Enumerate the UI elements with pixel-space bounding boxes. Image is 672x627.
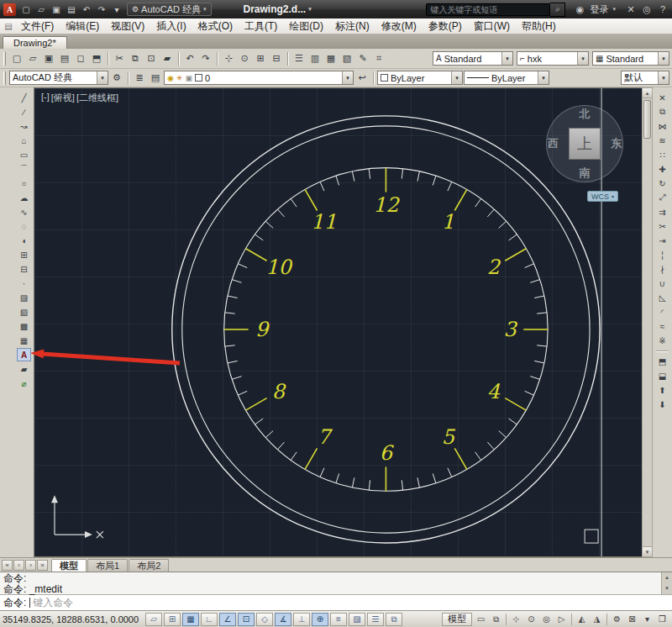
zoom-icon[interactable]: ⊙	[524, 613, 538, 626]
minute-tick[interactable]	[530, 280, 539, 283]
polyline-icon[interactable]: ↝	[17, 119, 31, 133]
blend-curves-icon[interactable]: ≈	[655, 319, 669, 333]
insert-block-icon[interactable]: ⊞	[17, 248, 31, 261]
signin-link[interactable]: 登录	[590, 3, 608, 16]
color-combo[interactable]: ByLayer ▾	[377, 71, 463, 85]
qnew-icon[interactable]: ▢	[19, 3, 33, 16]
dynamic-ucs-icon[interactable]: ⊥	[293, 613, 310, 626]
selection-cycling-icon[interactable]: ⧉	[386, 613, 402, 626]
offset-icon[interactable]: ≋	[655, 134, 669, 147]
hour-tick[interactable]	[305, 189, 317, 210]
save-icon[interactable]: ▣	[50, 3, 63, 16]
minute-tick[interactable]	[320, 468, 324, 477]
layout-tab-2[interactable]: 布局2	[129, 559, 169, 572]
minute-tick[interactable]	[448, 182, 452, 191]
annotation-visibility-icon[interactable]: ◭	[575, 613, 589, 626]
minute-tick[interactable]	[291, 198, 297, 207]
clock-number-6[interactable]: 6	[380, 441, 395, 465]
chevron-down-icon[interactable]: ▾	[538, 71, 549, 84]
communication-center-icon[interactable]: ◎	[641, 4, 653, 15]
small-square[interactable]	[585, 530, 598, 543]
viewcube-east[interactable]: 东	[611, 136, 622, 151]
search-input[interactable]	[426, 3, 550, 16]
properties-palette-icon[interactable]: ☰	[291, 51, 307, 66]
layer-lock-icon[interactable]: ▣	[185, 74, 192, 82]
hour-tick[interactable]	[454, 448, 466, 469]
publish-icon[interactable]: ⬒	[89, 51, 104, 66]
rotate-icon[interactable]: ↻	[655, 177, 669, 190]
toolbar-grip[interactable]	[3, 71, 6, 85]
next-tab-icon[interactable]: ›	[25, 560, 36, 571]
minute-tick[interactable]	[475, 452, 481, 461]
clock-number-3[interactable]: 3	[504, 318, 518, 341]
minute-tick[interactable]	[369, 169, 370, 179]
minute-tick[interactable]	[369, 480, 370, 490]
chevron-down-icon[interactable]: ▾	[97, 71, 108, 84]
plot-preview-icon[interactable]: ◻	[73, 51, 88, 66]
object-snap-icon[interactable]: ⊡	[238, 613, 255, 626]
redo-icon[interactable]: ↷	[95, 3, 108, 16]
chevron-down-icon[interactable]: ▾	[308, 6, 312, 13]
hour-tick[interactable]	[246, 249, 267, 261]
revision-cloud-icon[interactable]: ☁	[17, 191, 31, 204]
bring-above-icon[interactable]: ⬆	[655, 383, 669, 397]
table-style-combo[interactable]: ▦ Standard ▾	[592, 51, 669, 66]
object-snap-tracking-icon[interactable]: ∡	[275, 613, 291, 626]
viewport-minimize-control[interactable]: [-]	[41, 92, 50, 104]
scroll-up-icon[interactable]: ▲	[643, 88, 652, 98]
open-icon[interactable]: ▱	[25, 51, 40, 66]
chevron-down-icon[interactable]: ▾	[451, 71, 462, 84]
clock-number-5[interactable]: 5	[442, 425, 456, 449]
minute-tick[interactable]	[509, 419, 517, 424]
copy-clip-icon[interactable]: ⧉	[128, 51, 143, 66]
show-motion-icon[interactable]: ▷	[554, 613, 569, 626]
status-menu-icon[interactable]: ▾	[640, 613, 654, 626]
make-block-icon[interactable]: ⊟	[17, 262, 31, 276]
layer-properties-icon[interactable]: ≣	[132, 71, 147, 86]
minute-tick[interactable]	[525, 391, 534, 395]
minute-tick[interactable]	[537, 345, 547, 346]
extend-icon[interactable]: ⇥	[655, 234, 669, 247]
command-history[interactable]: 命令: 命令: _mtedit ▲ ▼	[0, 572, 672, 594]
minute-tick[interactable]	[352, 171, 354, 182]
minute-tick[interactable]	[509, 234, 517, 240]
chevron-down-icon[interactable]: ▾	[577, 52, 588, 65]
hour-tick[interactable]	[505, 398, 526, 410]
hour-tick[interactable]	[454, 189, 466, 210]
minute-tick[interactable]	[530, 377, 539, 380]
clock-number-8[interactable]: 8	[272, 380, 286, 403]
file-tab-drawing2[interactable]: Drawing2*	[3, 36, 67, 49]
dynamic-input-icon[interactable]: ⊕	[312, 613, 328, 626]
send-to-back-icon[interactable]: ⬓	[655, 369, 669, 382]
clock-number-4[interactable]: 4	[487, 380, 501, 403]
minute-tick[interactable]	[225, 345, 235, 346]
stretch-icon[interactable]: ⇉	[655, 205, 669, 219]
qnew-icon[interactable]: ▢	[9, 51, 24, 66]
erase-icon[interactable]: ✕	[655, 91, 669, 104]
markup-icon[interactable]: ✎	[355, 51, 370, 66]
minute-tick[interactable]	[499, 221, 507, 228]
steering-wheel-icon[interactable]: ◎	[539, 613, 554, 626]
wipeout-icon[interactable]: ▰	[17, 362, 31, 376]
menu-item-2[interactable]: 视图(V)	[105, 18, 150, 34]
viewport-visual-style-control[interactable]: [二维线框]	[76, 92, 118, 104]
menu-item-9[interactable]: 参数(P)	[423, 18, 468, 34]
workspace-switching-icon[interactable]: ⚙	[610, 613, 624, 626]
menu-item-11[interactable]: 帮助(H)	[516, 18, 562, 34]
zoom-previous-icon[interactable]: ⊟	[269, 51, 284, 66]
viewcube[interactable]: 北 南 西 东 上	[546, 105, 623, 182]
multiline-text-icon[interactable]: A	[17, 348, 31, 361]
canvas-vertical-scrollbar[interactable]: ▲ ▼	[642, 87, 653, 557]
polygon-icon[interactable]: ⌂	[17, 134, 31, 147]
array-icon[interactable]: ∷	[655, 148, 669, 161]
arc-icon[interactable]: ⌒	[17, 162, 31, 176]
quick-view-layouts-icon[interactable]: ▭	[474, 613, 488, 626]
chevron-down-icon[interactable]: ▾	[501, 52, 512, 65]
quick-view-drawings-icon[interactable]: ⧉	[489, 613, 503, 626]
minute-tick[interactable]	[433, 176, 436, 185]
paste-icon[interactable]: ⊡	[144, 51, 159, 66]
layout-tab-0[interactable]: 模型	[51, 559, 87, 572]
snap-mode-icon[interactable]: ⊞	[164, 613, 181, 626]
region-icon[interactable]: ▩	[17, 319, 31, 333]
open-icon[interactable]: ▱	[34, 3, 48, 16]
